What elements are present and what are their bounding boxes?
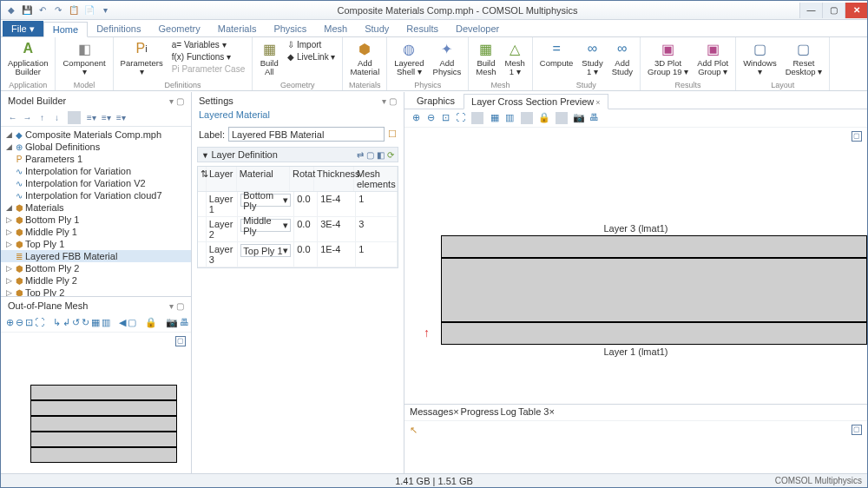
close-button[interactable]: ✕ [845, 3, 867, 18]
build-mesh-button[interactable]: ▦Build Mesh [474, 39, 497, 76]
tree-root[interactable]: ◢◆Composite Materials Comp.mph [1, 129, 191, 141]
import-button[interactable]: ⇩ Import [286, 39, 337, 50]
table-row[interactable]: Layer 1 Bottom Ply▾ 0.0 1E-4 1 [198, 192, 398, 217]
material-dropdown[interactable]: Bottom Ply▾ [240, 194, 291, 207]
functions-button[interactable]: f(x) Functions ▾ [170, 51, 247, 63]
add-plot-button[interactable]: ▣Add Plot Group ▾ [695, 39, 730, 76]
tree-mat-5[interactable]: ▷⬢Middle Ply 2 [1, 274, 191, 287]
tree-mat-2[interactable]: ▷⬢Top Ply 1 [1, 238, 191, 250]
tree-params1[interactable]: PParameters 1 [1, 153, 191, 165]
tree-mat-1[interactable]: ▷⬢Middle Ply 1 [1, 226, 191, 238]
parameters-button[interactable]: PiParameters ▾ [119, 39, 165, 76]
zoom-extent-icon[interactable]: ⛶ [454, 112, 466, 124]
add-layer-icon[interactable]: ▢ [366, 150, 374, 160]
variables-button[interactable]: a= Variables ▾ [170, 39, 247, 50]
tab-developer[interactable]: Developer [447, 21, 508, 36]
tree-materials[interactable]: ◢⬢Materials [1, 201, 191, 214]
collapse-icon[interactable]: ≡▾ [100, 111, 113, 124]
qat-more-icon[interactable]: ▾ [98, 3, 112, 17]
select-icon[interactable]: ▢ [128, 317, 136, 329]
layered-shell-button[interactable]: ◍Layered Shell ▾ [392, 39, 425, 76]
minimize-button[interactable]: — [799, 3, 822, 18]
close-tab-icon[interactable]: × [595, 98, 600, 107]
oop-menu-icon[interactable]: ▾ ▢ [169, 301, 184, 311]
tab-home[interactable]: Home [43, 22, 88, 37]
tab-materials[interactable]: Materials [209, 21, 266, 36]
print-icon[interactable]: 🖶 [180, 317, 189, 329]
zoom-out-icon[interactable]: ⊖ [424, 112, 437, 124]
maximize-button[interactable]: ▢ [822, 3, 845, 18]
compute-button[interactable]: =Compute [538, 39, 575, 68]
detach-icon[interactable]: ▢ [852, 131, 862, 142]
sound-icon[interactable]: ◀ [119, 317, 126, 329]
zoom-in-icon[interactable]: ⊕ [6, 317, 14, 329]
tab-progress[interactable]: Progress [461, 406, 499, 420]
view-xy-icon[interactable]: ↳ [53, 317, 61, 329]
model-tree[interactable]: ◢◆Composite Materials Comp.mph ◢⊕Global … [1, 127, 191, 296]
label-input[interactable] [228, 127, 385, 142]
build-all-button[interactable]: ▦Build All [258, 39, 280, 76]
close-tab-icon[interactable]: × [453, 406, 458, 417]
tab-physics[interactable]: Physics [265, 21, 315, 36]
expand-icon[interactable]: ≡▾ [85, 111, 98, 124]
preview-icon[interactable]: ◧ [377, 150, 385, 160]
undo-icon[interactable]: ↶ [36, 3, 49, 17]
material-dropdown[interactable]: Top Ply 1▾ [240, 244, 291, 257]
close-tab-icon[interactable]: × [549, 406, 554, 417]
livelink-button[interactable]: ◆ LiveLink ▾ [286, 51, 337, 63]
tab-layer-preview[interactable]: Layer Cross Section Preview× [464, 94, 608, 109]
add-physics-button[interactable]: ✦Add Physics [431, 39, 464, 76]
detach-icon[interactable]: ▢ [852, 425, 862, 435]
filter-icon[interactable]: ≡▾ [115, 111, 128, 124]
print-icon[interactable]: 🖶 [588, 112, 600, 124]
zoom-out-icon[interactable]: ⊖ [16, 317, 23, 329]
study1-button[interactable]: ∞Study 1 ▾ [580, 39, 604, 76]
plot-refresh-icon[interactable]: ⟳ [387, 150, 394, 160]
tree-intv2[interactable]: ∿Interpolation for Variation V2 [1, 177, 191, 189]
move-up-icon[interactable]: ⇄ [357, 150, 364, 160]
tab-messages[interactable]: Messages× [410, 406, 459, 420]
lock-icon[interactable]: 🔒 [145, 317, 157, 329]
table-row[interactable]: Layer 3 Top Ply 1▾ 0.0 1E-4 1 [198, 242, 398, 267]
nav-back-icon[interactable]: ← [6, 111, 19, 124]
component-button[interactable]: ◧Component ▾ [61, 39, 107, 76]
detach-icon[interactable]: ▢ [175, 336, 186, 346]
copy-icon[interactable]: 📋 [67, 3, 81, 17]
mesh1-button[interactable]: △Mesh 1 ▾ [503, 39, 527, 76]
label-tag-icon[interactable]: ☐ [388, 129, 397, 140]
windows-button[interactable]: ▢Windows ▾ [741, 39, 779, 76]
lock-icon[interactable]: 🔒 [538, 112, 550, 124]
tree-mat-0[interactable]: ▷⬢Bottom Ply 1 [1, 214, 191, 226]
oop-canvas[interactable]: ▢ [1, 333, 191, 473]
redo-icon[interactable]: ↷ [51, 3, 65, 17]
layer-definition-header[interactable]: ▼ Layer Definition ⇄ ▢ ◧ ⟳ [197, 147, 398, 162]
zoom-rect-icon[interactable]: ⊡ [439, 112, 451, 124]
nav-down-icon[interactable]: ↓ [50, 111, 63, 124]
add-study-button[interactable]: ∞Add Study [610, 39, 635, 76]
camera-icon[interactable]: 📷 [573, 112, 585, 124]
tab-graphics[interactable]: Graphics [410, 94, 462, 109]
grid-icon[interactable]: ▦ [91, 317, 100, 329]
material-dropdown[interactable]: Middle Ply▾ [240, 219, 291, 232]
rotate-ccw-icon[interactable]: ↺ [72, 317, 80, 329]
layer-preview-canvas[interactable]: ▢ Layer 3 (lmat1) Layer 1 (lmat1) ↑ [404, 128, 867, 404]
zoom-in-icon[interactable]: ⊕ [410, 112, 422, 124]
application-builder-button[interactable]: AApplication Builder [6, 39, 49, 76]
axes-icon[interactable]: ▥ [503, 112, 516, 124]
axes-icon[interactable]: ▥ [102, 317, 110, 329]
tab-study[interactable]: Study [356, 21, 398, 36]
grid-icon[interactable]: ▦ [489, 112, 501, 124]
tree-intv7[interactable]: ∿Interpolation for Variation cloud7 [1, 189, 191, 201]
tree-globals[interactable]: ◢⊕Global Definitions [1, 141, 191, 153]
paste-icon[interactable]: 📄 [82, 3, 96, 17]
tab-table3[interactable]: Table 3× [518, 406, 555, 420]
settings-menu-icon[interactable]: ▾ ▢ [382, 96, 397, 106]
reset-desktop-button[interactable]: ▢Reset Desktop ▾ [784, 39, 825, 76]
rotate-cw-icon[interactable]: ↻ [82, 317, 89, 329]
zoom-rect-icon[interactable]: ⊡ [25, 317, 33, 329]
nav-up-icon[interactable]: ↑ [36, 111, 49, 124]
zoom-extent-icon[interactable]: ⛶ [35, 317, 44, 329]
parameter-case-button[interactable]: Pi Parameter Case [170, 63, 247, 75]
tree-mat-6[interactable]: ▷⬢Top Ply 2 [1, 287, 191, 296]
panel-menu-icon[interactable]: ▾ ▢ [169, 96, 184, 106]
